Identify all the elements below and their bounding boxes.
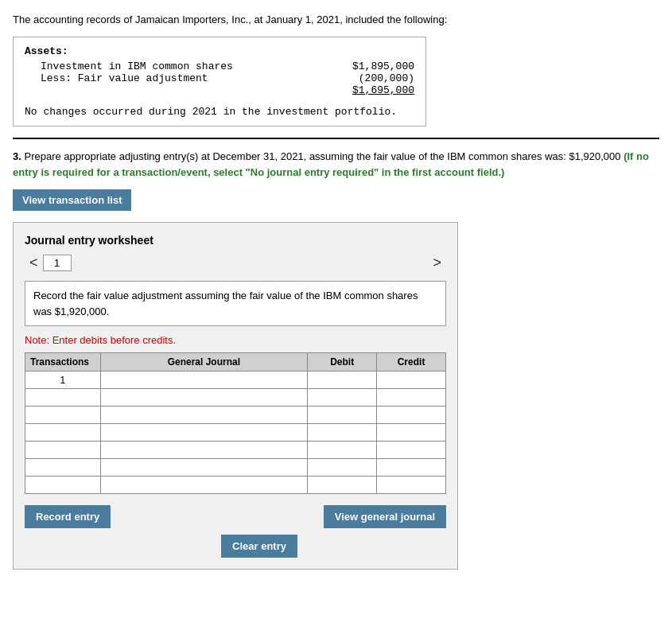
table-row [25,389,446,407]
debit-input-4[interactable] [311,427,373,438]
col-header-debit: Debit [308,353,377,372]
clear-btn-row: Clear entry [25,535,446,558]
debit-cell-1[interactable] [308,372,377,389]
debit-cell-3[interactable] [308,407,377,424]
credit-cell-7[interactable] [377,477,446,494]
journal-worksheet-title: Journal entry worksheet [25,234,446,247]
table-row [25,442,446,459]
transaction-num-7 [25,477,101,494]
debit-input-7[interactable] [311,480,373,491]
question-body: Prepare appropriate adjusting entry(s) a… [24,150,623,162]
table-row: 1 [25,372,446,389]
clear-entry-button[interactable]: Clear entry [221,535,297,558]
journal-input-6[interactable] [104,462,305,473]
debit-input-1[interactable] [311,375,373,386]
assets-label-2: Less: Fair value adjustment [41,72,319,84]
credit-input-7[interactable] [380,480,442,491]
assets-row-1: Investment in IBM common shares $1,895,0… [41,60,414,72]
col-header-transactions: Transactions [25,353,101,372]
intro-text: The accounting records of Jamaican Impor… [13,13,659,27]
credit-cell-2[interactable] [377,389,446,407]
debit-cell-4[interactable] [308,424,377,442]
assets-value-3: $1,695,000 [319,84,414,96]
debit-input-3[interactable] [311,410,373,421]
credit-input-4[interactable] [380,427,442,438]
transaction-num-1: 1 [25,372,101,389]
question-number: 3. [13,150,21,162]
view-general-journal-button[interactable]: View general journal [324,505,446,528]
assets-value-2: (200,000) [319,72,414,84]
debit-input-5[interactable] [311,445,373,456]
assets-row-2: Less: Fair value adjustment (200,000) [41,72,414,84]
question-text: 3. Prepare appropriate adjusting entry(s… [13,149,659,180]
bottom-buttons-row: Record entry View general journal [25,505,446,528]
credit-cell-3[interactable] [377,407,446,424]
credit-input-3[interactable] [380,410,442,421]
journal-cell-3[interactable] [100,407,308,424]
journal-cell-6[interactable] [100,459,308,477]
record-entry-button[interactable]: Record entry [25,505,111,528]
journal-table: Transactions General Journal Debit Credi… [25,352,446,494]
credit-cell-6[interactable] [377,459,446,477]
divider [13,138,659,139]
journal-input-7[interactable] [104,480,305,491]
assets-label-1: Investment in IBM common shares [41,60,319,72]
assets-box: Assets: Investment in IBM common shares … [13,37,426,126]
table-row [25,477,446,494]
journal-cell-7[interactable] [100,477,308,494]
description-box: Record the fair value adjustment assumin… [25,281,446,326]
note-text: Note: Enter debits before credits. [25,334,446,346]
debit-cell-2[interactable] [308,389,377,407]
debit-input-2[interactable] [311,392,373,403]
assets-label-3 [41,84,319,96]
table-row [25,459,446,477]
debit-input-6[interactable] [311,462,373,473]
journal-input-3[interactable] [104,410,305,421]
journal-cell-5[interactable] [100,442,308,459]
journal-cell-1[interactable] [100,372,308,389]
transaction-num-2 [25,389,101,407]
credit-cell-4[interactable] [377,424,446,442]
assets-title: Assets: [25,45,414,57]
no-changes-text: No changes occurred during 2021 in the i… [25,106,414,118]
transaction-num-6 [25,459,101,477]
journal-worksheet: Journal entry worksheet < > Record the f… [13,222,458,570]
journal-input-5[interactable] [104,445,305,456]
debit-cell-7[interactable] [308,477,377,494]
transaction-num-4 [25,424,101,442]
transaction-num-5 [25,442,101,459]
journal-input-2[interactable] [104,392,305,403]
col-header-journal: General Journal [100,353,308,372]
journal-cell-2[interactable] [100,389,308,407]
nav-row: < > [25,255,446,271]
credit-input-5[interactable] [380,445,442,456]
credit-input-2[interactable] [380,392,442,403]
journal-cell-4[interactable] [100,424,308,442]
col-header-credit: Credit [377,353,446,372]
journal-input-4[interactable] [104,427,305,438]
nav-right-button[interactable]: > [428,255,446,271]
nav-left-button[interactable]: < [25,255,43,271]
debit-cell-5[interactable] [308,442,377,459]
assets-row-3: $1,695,000 [41,84,414,96]
table-row [25,424,446,442]
credit-input-6[interactable] [380,462,442,473]
journal-input-1[interactable] [104,375,305,386]
nav-number-input[interactable] [43,255,72,271]
credit-input-1[interactable] [380,375,442,386]
transaction-num-3 [25,407,101,424]
view-transaction-button[interactable]: View transaction list [13,189,131,211]
credit-cell-1[interactable] [377,372,446,389]
assets-value-1: $1,895,000 [319,60,414,72]
credit-cell-5[interactable] [377,442,446,459]
table-row [25,407,446,424]
debit-cell-6[interactable] [308,459,377,477]
